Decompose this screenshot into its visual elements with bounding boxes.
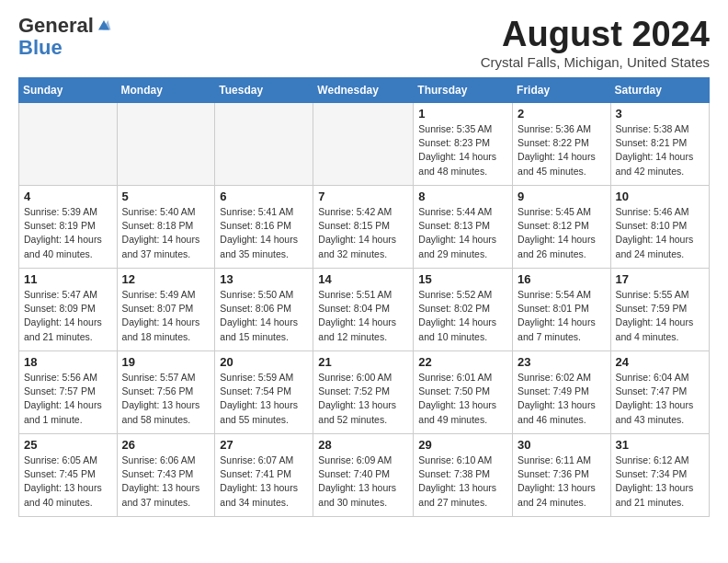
calendar-cell: 7Sunrise: 5:42 AMSunset: 8:15 PMDaylight… [313,186,414,269]
calendar-cell: 22Sunrise: 6:01 AMSunset: 7:50 PMDayligh… [414,351,513,434]
day-info: Sunrise: 5:45 AMSunset: 8:12 PMDaylight:… [518,205,606,261]
header-cell-friday: Friday [513,78,611,103]
calendar-cell: 1Sunrise: 5:35 AMSunset: 8:23 PMDaylight… [414,103,513,186]
calendar-cell: 3Sunrise: 5:38 AMSunset: 8:21 PMDaylight… [610,103,709,186]
day-info: Sunrise: 5:50 AMSunset: 8:06 PMDaylight:… [220,288,308,344]
day-info: Sunrise: 5:55 AMSunset: 7:59 PMDaylight:… [616,288,704,344]
page-header: General Blue August 2024 Crystal Falls, … [18,15,710,70]
day-number: 10 [616,190,704,203]
day-number: 29 [418,438,507,452]
logo-blue-text: Blue [18,37,63,59]
day-info: Sunrise: 5:49 AMSunset: 8:07 PMDaylight:… [122,288,210,344]
calendar-cell: 28Sunrise: 6:09 AMSunset: 7:40 PMDayligh… [313,434,414,517]
day-number: 31 [616,438,704,452]
day-info: Sunrise: 6:06 AMSunset: 7:43 PMDaylight:… [122,454,210,510]
logo: General Blue [18,15,112,59]
calendar-cell: 18Sunrise: 5:56 AMSunset: 7:57 PMDayligh… [19,351,118,434]
calendar-cell: 31Sunrise: 6:12 AMSunset: 7:34 PMDayligh… [610,434,709,517]
day-info: Sunrise: 5:42 AMSunset: 8:15 PMDaylight:… [318,205,408,261]
title-area: August 2024 Crystal Falls, Michigan, Uni… [481,15,710,70]
day-info: Sunrise: 5:39 AMSunset: 8:19 PMDaylight:… [24,205,112,261]
month-title: August 2024 [481,15,710,54]
calendar-cell: 20Sunrise: 5:59 AMSunset: 7:54 PMDayligh… [215,351,313,434]
day-info: Sunrise: 6:01 AMSunset: 7:50 PMDaylight:… [418,371,507,427]
day-info: Sunrise: 6:10 AMSunset: 7:38 PMDaylight:… [418,454,507,510]
day-number: 5 [122,190,210,203]
day-info: Sunrise: 5:41 AMSunset: 8:16 PMDaylight:… [220,205,308,261]
day-info: Sunrise: 5:44 AMSunset: 8:13 PMDaylight:… [418,205,507,261]
calendar-cell: 8Sunrise: 5:44 AMSunset: 8:13 PMDaylight… [414,186,513,269]
calendar-body: 1Sunrise: 5:35 AMSunset: 8:23 PMDaylight… [19,103,710,517]
week-row-1: 1Sunrise: 5:35 AMSunset: 8:23 PMDaylight… [19,103,710,186]
day-number: 16 [518,272,606,286]
day-info: Sunrise: 5:56 AMSunset: 7:57 PMDaylight:… [24,371,112,427]
calendar-cell: 6Sunrise: 5:41 AMSunset: 8:16 PMDaylight… [215,186,313,269]
day-number: 7 [318,190,408,203]
day-number: 3 [616,107,704,121]
header-cell-wednesday: Wednesday [313,78,414,103]
day-number: 22 [418,355,507,369]
day-number: 12 [122,272,210,286]
day-info: Sunrise: 6:12 AMSunset: 7:34 PMDaylight:… [616,454,704,510]
day-number: 11 [24,272,112,286]
calendar-cell [19,103,118,186]
day-number: 13 [220,272,308,286]
calendar-cell: 15Sunrise: 5:52 AMSunset: 8:02 PMDayligh… [414,269,513,351]
week-row-4: 18Sunrise: 5:56 AMSunset: 7:57 PMDayligh… [19,351,710,434]
day-number: 14 [318,272,408,286]
day-number: 18 [24,355,112,369]
day-info: Sunrise: 5:47 AMSunset: 8:09 PMDaylight:… [24,288,112,344]
calendar-cell: 25Sunrise: 6:05 AMSunset: 7:45 PMDayligh… [19,434,118,517]
day-info: Sunrise: 6:02 AMSunset: 7:49 PMDaylight:… [518,371,606,427]
day-number: 6 [220,190,308,203]
calendar-cell: 23Sunrise: 6:02 AMSunset: 7:49 PMDayligh… [513,351,611,434]
day-info: Sunrise: 6:11 AMSunset: 7:36 PMDaylight:… [518,454,606,510]
day-number: 17 [616,272,704,286]
day-number: 24 [616,355,704,369]
day-info: Sunrise: 5:38 AMSunset: 8:21 PMDaylight:… [616,122,704,178]
calendar-cell: 11Sunrise: 5:47 AMSunset: 8:09 PMDayligh… [19,269,118,351]
week-row-2: 4Sunrise: 5:39 AMSunset: 8:19 PMDaylight… [19,186,710,269]
day-number: 26 [122,438,210,452]
day-number: 25 [24,438,112,452]
logo-general-text: General [18,15,94,37]
calendar-header: SundayMondayTuesdayWednesdayThursdayFrid… [19,78,710,103]
day-info: Sunrise: 5:59 AMSunset: 7:54 PMDaylight:… [220,371,308,427]
calendar-cell: 21Sunrise: 6:00 AMSunset: 7:52 PMDayligh… [313,351,414,434]
day-info: Sunrise: 5:51 AMSunset: 8:04 PMDaylight:… [318,288,408,344]
day-number: 15 [418,272,507,286]
calendar-cell: 17Sunrise: 5:55 AMSunset: 7:59 PMDayligh… [610,269,709,351]
day-number: 8 [418,190,507,203]
day-info: Sunrise: 5:57 AMSunset: 7:56 PMDaylight:… [122,371,210,427]
day-info: Sunrise: 6:04 AMSunset: 7:47 PMDaylight:… [616,371,704,427]
calendar-cell: 2Sunrise: 5:36 AMSunset: 8:22 PMDaylight… [513,103,611,186]
day-info: Sunrise: 5:36 AMSunset: 8:22 PMDaylight:… [518,122,606,178]
calendar-cell: 30Sunrise: 6:11 AMSunset: 7:36 PMDayligh… [513,434,611,517]
header-row: SundayMondayTuesdayWednesdayThursdayFrid… [19,78,710,103]
day-info: Sunrise: 6:00 AMSunset: 7:52 PMDaylight:… [318,371,408,427]
calendar-cell: 5Sunrise: 5:40 AMSunset: 8:18 PMDaylight… [117,186,215,269]
week-row-5: 25Sunrise: 6:05 AMSunset: 7:45 PMDayligh… [19,434,710,517]
header-cell-monday: Monday [117,78,215,103]
header-cell-tuesday: Tuesday [215,78,313,103]
calendar-cell: 26Sunrise: 6:06 AMSunset: 7:43 PMDayligh… [117,434,215,517]
week-row-3: 11Sunrise: 5:47 AMSunset: 8:09 PMDayligh… [19,269,710,351]
calendar-cell [313,103,414,186]
calendar-cell [215,103,313,186]
day-info: Sunrise: 5:40 AMSunset: 8:18 PMDaylight:… [122,205,210,261]
header-cell-sunday: Sunday [19,78,118,103]
logo-icon [96,17,112,34]
day-number: 20 [220,355,308,369]
calendar-cell: 9Sunrise: 5:45 AMSunset: 8:12 PMDaylight… [513,186,611,269]
calendar-cell: 16Sunrise: 5:54 AMSunset: 8:01 PMDayligh… [513,269,611,351]
calendar-cell: 14Sunrise: 5:51 AMSunset: 8:04 PMDayligh… [313,269,414,351]
calendar-cell: 19Sunrise: 5:57 AMSunset: 7:56 PMDayligh… [117,351,215,434]
day-number: 9 [518,190,606,203]
day-info: Sunrise: 5:46 AMSunset: 8:10 PMDaylight:… [616,205,704,261]
header-cell-thursday: Thursday [414,78,513,103]
calendar-cell: 4Sunrise: 5:39 AMSunset: 8:19 PMDaylight… [19,186,118,269]
header-cell-saturday: Saturday [610,78,709,103]
calendar-table: SundayMondayTuesdayWednesdayThursdayFrid… [18,77,710,517]
calendar-cell: 13Sunrise: 5:50 AMSunset: 8:06 PMDayligh… [215,269,313,351]
location-title: Crystal Falls, Michigan, United States [481,54,710,70]
